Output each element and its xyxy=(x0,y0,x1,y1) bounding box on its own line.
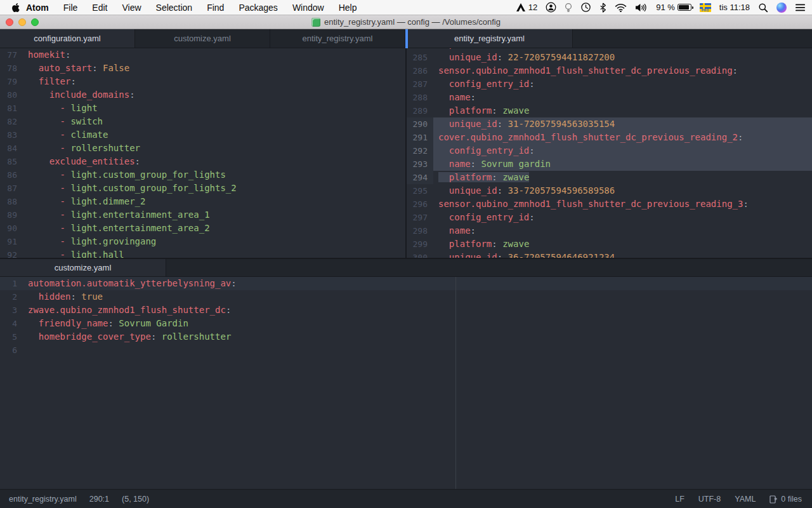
status-git-info[interactable]: 0 files xyxy=(769,495,802,504)
code-line-88[interactable]: 88 - light.dimmer_2 xyxy=(0,195,405,208)
code-line-82[interactable]: 82 - switch xyxy=(0,115,405,128)
line-number[interactable]: 5 xyxy=(0,330,23,344)
code-line-5[interactable]: 5 homebridge_cover_type: rollershutter xyxy=(0,330,812,344)
siri-menu-item[interactable] xyxy=(776,3,787,13)
line-number[interactable]: 297 xyxy=(407,211,433,224)
wifi-menu-item[interactable] xyxy=(615,3,627,12)
keyboard-layout-menu-item[interactable]: PRO xyxy=(700,3,711,12)
code-line-290[interactable]: 290 unique_id: 31-72057594563035154 xyxy=(407,117,812,131)
line-number[interactable]: 289 xyxy=(407,104,433,117)
line-number[interactable]: 6 xyxy=(0,344,23,357)
line-number[interactable]: 299 xyxy=(407,237,433,251)
line-number[interactable]: 84 xyxy=(0,142,23,155)
line-number[interactable]: 85 xyxy=(0,155,23,168)
notification-center-menu-item[interactable] xyxy=(795,3,806,12)
line-number[interactable]: 291 xyxy=(407,131,433,144)
code-line-288[interactable]: 288 name: xyxy=(407,91,812,104)
code-line-79[interactable]: 79 filter: xyxy=(0,75,405,88)
close-button[interactable] xyxy=(6,18,13,26)
status-cursor-position[interactable]: 290:1 xyxy=(89,495,109,504)
line-number[interactable]: 4 xyxy=(0,317,23,330)
line-number[interactable]: 288 xyxy=(407,91,433,104)
menu-item-help[interactable]: Help xyxy=(339,3,357,13)
code-line-91[interactable]: 91 - light.grovingang xyxy=(0,235,405,248)
code-line-289[interactable]: 289 platform: zwave xyxy=(407,104,812,117)
code-line-84[interactable]: 84 - rollershutter xyxy=(0,142,405,155)
code-line-80[interactable]: 80 include_domains: xyxy=(0,88,405,102)
code-line-92[interactable]: 92 - light.hall xyxy=(0,248,405,258)
code-line-2[interactable]: 2 hidden: true xyxy=(0,290,812,304)
code-line-298[interactable]: 298 name: xyxy=(407,224,812,237)
code-line-286[interactable]: 286sensor.qubino_zmnhod1_flush_shutter_d… xyxy=(407,64,812,77)
apple-menu[interactable] xyxy=(0,3,26,13)
status-selection-count[interactable]: (5, 150) xyxy=(122,495,149,504)
line-number[interactable]: 285 xyxy=(407,51,433,64)
code-line-1[interactable]: 1automation.automatik_ytterbelysning_av: xyxy=(0,277,812,290)
code-line-297[interactable]: 297 config_entry_id: xyxy=(407,211,812,224)
zoom-button[interactable] xyxy=(31,18,39,26)
status-file-name[interactable]: entity_registry.yaml xyxy=(9,495,77,504)
code-line-296[interactable]: 296sensor.qubino_zmnhod1_flush_shutter_d… xyxy=(407,197,812,211)
code-line-78[interactable]: 78 auto_start: False xyxy=(0,62,405,75)
line-number[interactable]: 293 xyxy=(407,157,433,171)
line-number[interactable]: 90 xyxy=(0,222,23,235)
line-number[interactable]: 87 xyxy=(0,182,23,195)
line-number[interactable]: 295 xyxy=(407,184,433,197)
menu-item-edit[interactable]: Edit xyxy=(92,3,107,13)
tab-customize.yaml[interactable]: customize.yaml xyxy=(0,259,166,276)
code-line-300[interactable]: 300 unique_id: 36-72057594646921234 xyxy=(407,251,812,258)
menu-item-atom[interactable]: Atom xyxy=(26,3,49,13)
tab-entity_registry.yaml[interactable]: entity_registry.yaml xyxy=(407,29,573,48)
code-line-4[interactable]: 4 friendly_name: Sovrum Gardin xyxy=(0,317,812,330)
code-line-90[interactable]: 90 - light.entertainment_area_2 xyxy=(0,222,405,235)
vpn-menu-item[interactable] xyxy=(546,2,556,13)
line-number[interactable]: 298 xyxy=(407,224,433,237)
code-line-87[interactable]: 87 - light.custom_group_for_lights_2 xyxy=(0,182,405,195)
menu-item-find[interactable]: Find xyxy=(207,3,224,13)
code-line-291[interactable]: 291cover.qubino_zmnhod1_flush_shutter_dc… xyxy=(407,131,812,144)
menu-item-packages[interactable]: Packages xyxy=(239,3,277,13)
code-line-86[interactable]: 86 - light.custom_group_for_lights xyxy=(0,168,405,182)
line-number[interactable]: 82 xyxy=(0,115,23,128)
code-line-89[interactable]: 89 - light.entertainment_area_1 xyxy=(0,208,405,222)
app-badge-item[interactable]: 12 xyxy=(516,3,537,12)
line-number[interactable]: 91 xyxy=(0,235,23,248)
code-line-83[interactable]: 83 - climate xyxy=(0,128,405,142)
line-number[interactable]: 81 xyxy=(0,102,23,115)
editor-configuration[interactable]: 77homekit:78 auto_start: False79 filter:… xyxy=(0,48,405,258)
line-number[interactable]: 86 xyxy=(0,168,23,182)
tab-configuration.yaml[interactable]: configuration.yaml xyxy=(0,29,135,48)
volume-menu-item[interactable] xyxy=(635,3,648,12)
status-line-ending[interactable]: LF xyxy=(675,495,684,504)
tab-customize.yaml[interactable]: customize.yaml xyxy=(135,29,270,48)
line-number[interactable]: 287 xyxy=(407,77,433,91)
line-number[interactable]: 294 xyxy=(407,171,433,184)
line-number[interactable]: 3 xyxy=(0,304,23,317)
line-number[interactable]: 77 xyxy=(0,48,23,62)
line-number[interactable]: 88 xyxy=(0,195,23,208)
line-number[interactable]: 286 xyxy=(407,64,433,77)
battery-menu-item[interactable]: 91 % xyxy=(656,3,691,12)
menu-item-file[interactable]: File xyxy=(63,3,78,13)
code-line-6[interactable]: 6 xyxy=(0,344,812,357)
line-number[interactable]: 290 xyxy=(407,117,433,131)
line-number[interactable]: 1 xyxy=(0,277,23,290)
spotlight-menu-item[interactable] xyxy=(758,3,768,13)
editor-entity-registry[interactable]: 284 platform: zwave285 unique_id: 22-720… xyxy=(407,48,812,258)
lightbulb-menu-item[interactable] xyxy=(565,3,572,13)
line-number[interactable]: 300 xyxy=(407,251,433,258)
line-number[interactable]: 292 xyxy=(407,144,433,157)
line-number[interactable]: 92 xyxy=(0,248,23,258)
code-line-299[interactable]: 299 platform: zwave xyxy=(407,237,812,251)
menu-item-view[interactable]: View xyxy=(122,3,141,13)
line-number[interactable]: 83 xyxy=(0,128,23,142)
bluetooth-menu-item[interactable] xyxy=(599,3,606,13)
menu-item-selection[interactable]: Selection xyxy=(156,3,193,13)
code-line-292[interactable]: 292 config_entry_id: xyxy=(407,144,812,157)
menu-item-window[interactable]: Window xyxy=(292,3,324,13)
code-line-295[interactable]: 295 unique_id: 33-72057594596589586 xyxy=(407,184,812,197)
line-number[interactable]: 89 xyxy=(0,208,23,222)
status-encoding[interactable]: UTF-8 xyxy=(698,495,721,504)
line-number[interactable]: 78 xyxy=(0,62,23,75)
time-machine-menu-item[interactable] xyxy=(580,2,591,13)
